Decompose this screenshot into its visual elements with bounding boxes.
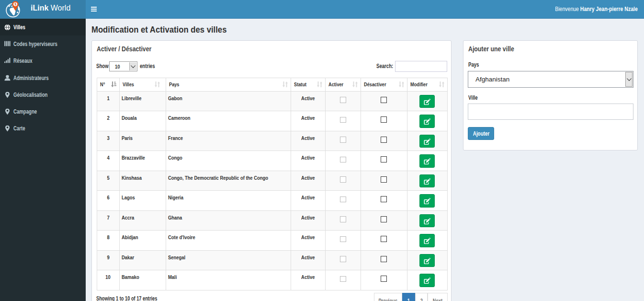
svg-text:$: $ — [14, 2, 16, 6]
